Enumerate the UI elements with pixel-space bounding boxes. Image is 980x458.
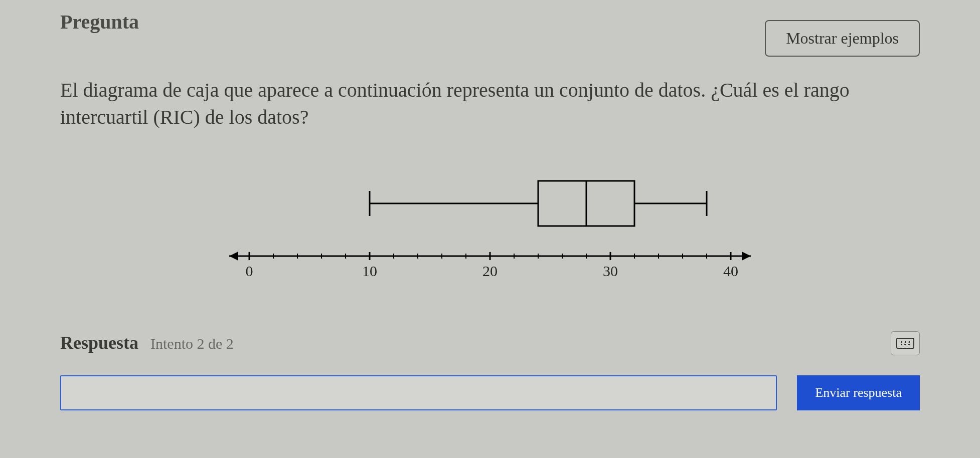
show-examples-button[interactable]: Mostrar ejemplos <box>765 20 920 57</box>
keypad-icon <box>896 338 914 349</box>
question-prompt: El diagrama de caja que aparece a contin… <box>60 77 920 131</box>
svg-text:0: 0 <box>246 263 253 279</box>
attempt-counter: Intento 2 de 2 <box>150 335 234 352</box>
svg-text:10: 10 <box>362 263 377 279</box>
boxplot-chart: 010203040 <box>60 151 920 301</box>
svg-text:20: 20 <box>482 263 498 279</box>
svg-text:30: 30 <box>603 263 618 279</box>
svg-marker-2 <box>742 252 751 261</box>
submit-answer-button[interactable]: Enviar respuesta <box>797 375 920 410</box>
answer-input[interactable] <box>60 375 777 410</box>
keypad-button[interactable] <box>891 331 920 355</box>
svg-text:40: 40 <box>723 263 738 279</box>
answer-heading: Respuesta <box>60 332 138 353</box>
question-heading: Pregunta <box>60 10 139 34</box>
svg-marker-1 <box>229 252 238 261</box>
